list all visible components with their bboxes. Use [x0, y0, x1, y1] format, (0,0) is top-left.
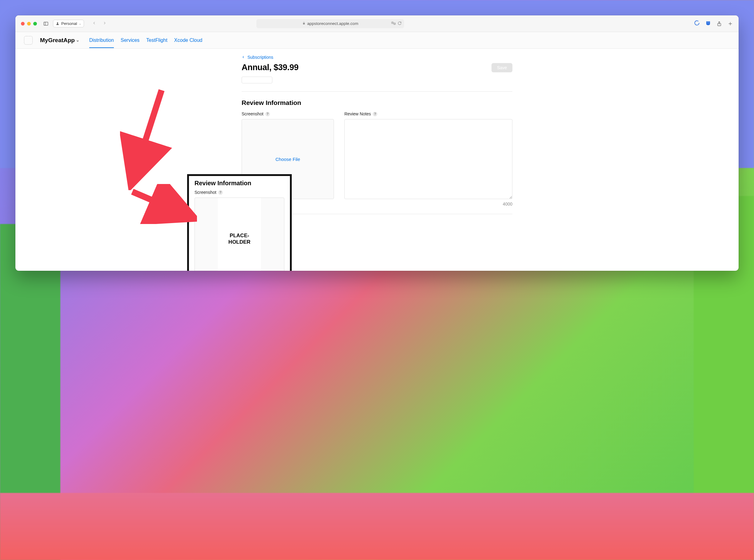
callout-title: Review Information [195, 180, 284, 187]
tab-distribution[interactable]: Distribution [89, 33, 114, 47]
tab-services[interactable]: Services [121, 33, 139, 47]
help-icon[interactable]: ? [373, 112, 377, 116]
annotation-arrow [126, 184, 197, 224]
page-content: Subscriptions Annual, $39.99 Save Review… [15, 48, 739, 271]
downloads-icon[interactable] [694, 20, 700, 27]
tab-testflight[interactable]: TestFlight [146, 33, 167, 47]
fullscreen-window-button[interactable] [33, 22, 37, 25]
field-stub[interactable] [242, 77, 272, 83]
choose-file-button[interactable]: Choose File [275, 157, 300, 162]
chevron-down-icon: ⌄ [76, 38, 79, 42]
minimize-window-button[interactable] [27, 22, 31, 25]
char-count: 4000 [344, 202, 512, 206]
breadcrumb[interactable]: Subscriptions [242, 55, 512, 60]
annotation-callout: Review Information Screenshot ? PLACE- H… [187, 174, 292, 271]
extension-icon[interactable] [706, 20, 711, 27]
tab-xcode-cloud[interactable]: Xcode Cloud [174, 33, 202, 47]
svg-rect-0 [44, 22, 48, 25]
app-logo [24, 36, 33, 45]
svg-line-12 [132, 192, 186, 215]
help-icon: ? [218, 190, 223, 195]
lock-icon [302, 21, 305, 26]
review-notes-input[interactable] [344, 119, 512, 199]
new-tab-icon[interactable] [728, 21, 733, 26]
back-button[interactable] [90, 20, 99, 28]
safari-window: Personal ⌄ appstoreconnect.apple.com [15, 15, 739, 271]
app-nav-bar: MyGreatApp ⌄ Distribution Services TestF… [15, 32, 739, 48]
svg-point-6 [707, 22, 708, 23]
translate-icon[interactable] [391, 21, 396, 26]
chevron-down-icon: ⌄ [79, 22, 81, 25]
browser-toolbar: Personal ⌄ appstoreconnect.apple.com [15, 15, 739, 32]
svg-rect-3 [303, 23, 305, 24]
refresh-icon[interactable] [398, 21, 402, 26]
section-title-review: Review Information [242, 99, 512, 106]
profile-label: Personal [61, 21, 77, 26]
url-display: appstoreconnect.apple.com [307, 21, 358, 26]
callout-screenshot-label: Screenshot [195, 190, 216, 195]
callout-dropzone: PLACE- HOLDER [195, 198, 284, 271]
svg-point-2 [57, 22, 58, 24]
window-controls [21, 22, 37, 25]
annotation-arrow [120, 85, 172, 190]
app-name-selector[interactable]: MyGreatApp ⌄ [40, 37, 79, 44]
svg-line-11 [134, 90, 162, 176]
review-notes-label: Review Notes [344, 112, 371, 116]
breadcrumb-label: Subscriptions [247, 55, 273, 60]
chevron-left-icon [242, 55, 245, 60]
placeholder-text: PLACE- HOLDER [229, 232, 251, 245]
save-button[interactable]: Save [492, 63, 512, 72]
profile-selector[interactable]: Personal ⌄ [53, 20, 84, 27]
help-icon[interactable]: ? [265, 112, 270, 116]
share-icon[interactable] [716, 21, 722, 26]
close-window-button[interactable] [21, 22, 25, 25]
page-title: Annual, $39.99 [242, 63, 299, 72]
svg-point-7 [709, 22, 709, 23]
address-bar[interactable]: appstoreconnect.apple.com [256, 19, 404, 28]
sidebar-toggle-icon[interactable] [43, 21, 48, 26]
screenshot-label: Screenshot [242, 112, 263, 116]
forward-button[interactable] [100, 20, 109, 28]
